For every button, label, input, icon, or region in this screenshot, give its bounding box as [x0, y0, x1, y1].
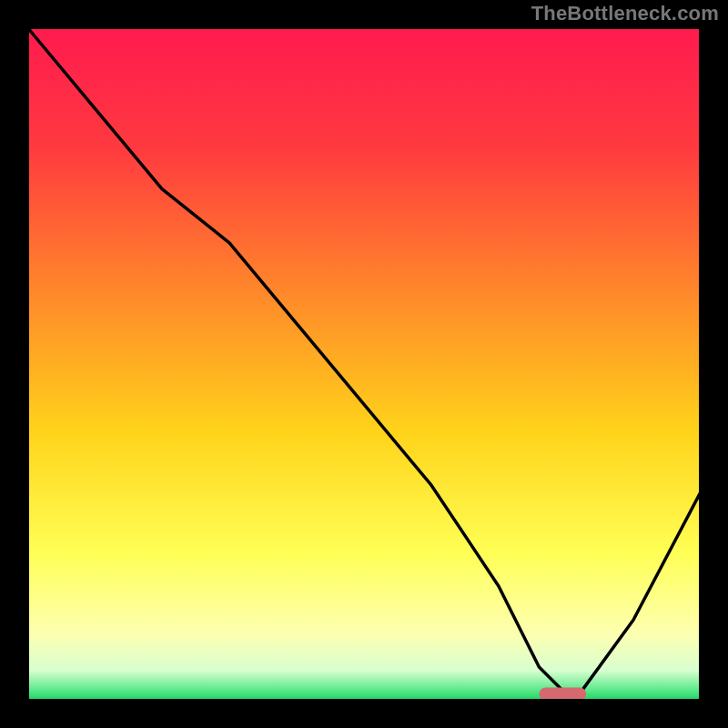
plot-background [27, 27, 701, 701]
optimal-range-marker [539, 688, 586, 701]
watermark-label: TheBottleneck.com [531, 2, 719, 25]
bottleneck-chart [0, 0, 728, 728]
